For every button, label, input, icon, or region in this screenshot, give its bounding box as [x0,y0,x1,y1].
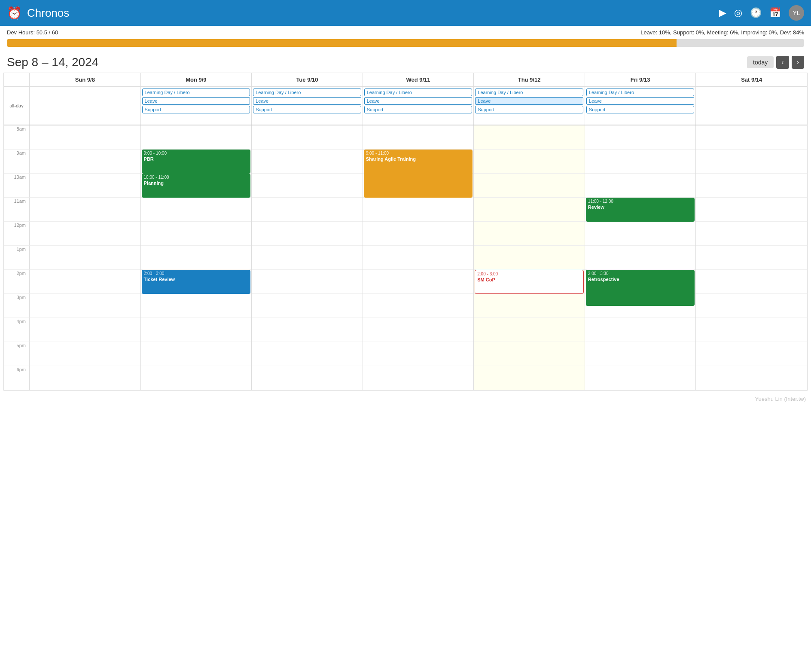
col-header-sat: Sat 9/14 [696,73,807,86]
hour-cell [585,366,696,390]
allday-event[interactable]: Leave [253,97,361,105]
day-col-tue [252,125,363,390]
hour-cell [585,318,696,342]
day-col-mon: 9:00 - 10:00PBR10:00 - 11:00Planning2:00… [141,125,252,390]
breakdown-label: Leave: 10%, Support: 0%, Meeting: 6%, Im… [640,29,804,36]
calendar-event[interactable]: 11:00 - 12:00Review [586,198,695,222]
hour-cell [363,246,474,270]
allday-sun [30,87,141,125]
allday-event[interactable]: Learning Day / Libero [364,89,473,96]
hour-cell [363,270,474,294]
allday-sat [696,87,807,125]
hour-cell [474,174,585,198]
progress-fill [7,39,677,47]
hour-cell [696,366,807,390]
next-week-button[interactable]: › [792,56,804,69]
hour-cell [474,198,585,222]
hour-cell [141,246,252,270]
allday-event[interactable]: Support [364,106,473,113]
hour-cell [696,150,807,174]
calendar-event[interactable]: 2:00 - 3:00Ticket Review [142,270,251,294]
hour-cell [474,342,585,366]
hour-cell [141,342,252,366]
allday-event[interactable]: Learning Day / Libero [142,89,250,96]
day-col-sat [696,125,807,390]
week-nav: today ‹ › [747,56,804,69]
allday-event[interactable]: Leave [142,97,250,105]
calendar-event[interactable]: 2:00 - 3:30Retrospective [586,270,695,306]
time-header [4,73,30,86]
hour-cell [696,318,807,342]
calendar-event[interactable]: 9:00 - 11:00Sharing Agile Training [364,150,473,198]
allday-event[interactable]: Leave [364,97,473,105]
col-header-wed: Wed 9/11 [363,73,474,86]
hour-cell [696,222,807,246]
hour-cell [363,222,474,246]
hour-cell [30,366,140,390]
hour-cell [696,198,807,222]
hour-cell [585,342,696,366]
dev-hours-label: Dev Hours: 50.5 / 60 [7,29,58,36]
hour-cell [474,150,585,174]
send-icon[interactable]: ▶ [719,7,726,18]
hour-cell [363,125,474,150]
time-labels-col: 8am9am10am11am12pm1pm2pm3pm4pm5pm6pm [4,125,30,390]
allday-event[interactable]: Support [586,106,695,113]
time-label: 8am [4,125,30,150]
hour-cell [252,246,363,270]
time-label: 11am [4,198,30,222]
hour-cell [252,174,363,198]
hour-cell [141,125,252,150]
clock-nav-icon[interactable]: 🕐 [750,7,762,18]
time-label: 9am [4,150,30,174]
allday-event[interactable]: Learning Day / Libero [253,89,361,96]
day-col-sun [30,125,141,390]
hour-cell [141,222,252,246]
hour-cell [252,198,363,222]
calendar-event[interactable]: 2:00 - 3:00SM CoP [475,270,584,294]
hour-cell [696,125,807,150]
hour-cell [30,294,140,318]
hour-cell [696,270,807,294]
hour-cell [363,294,474,318]
time-grid: 8am9am10am11am12pm1pm2pm3pm4pm5pm6pm 9:0… [4,125,807,390]
calendar-icon[interactable]: 📅 [769,7,781,18]
calendar-event[interactable]: 10:00 - 11:00Planning [142,174,251,198]
allday-event[interactable]: Leave [475,97,583,105]
hour-cell [252,150,363,174]
hour-cell [252,318,363,342]
progress-track [7,39,804,47]
hour-cell [474,318,585,342]
hour-cell [696,174,807,198]
header-right: ▶ ◎ 🕐 📅 YL [719,5,804,21]
avatar[interactable]: YL [789,5,804,21]
prev-week-button[interactable]: ‹ [776,56,789,69]
allday-event[interactable]: Support [475,106,583,113]
allday-tue: Learning Day / Libero Leave Support [252,87,363,125]
hour-cell [30,318,140,342]
hour-cell [141,366,252,390]
allday-event[interactable]: Leave [586,97,695,105]
today-button[interactable]: today [747,56,774,68]
hour-cell [474,222,585,246]
calendar-event[interactable]: 9:00 - 10:00PBR [142,150,251,174]
day-col-fri: 11:00 - 12:00Review2:00 - 3:30Retrospect… [585,125,696,390]
allday-event[interactable]: Support [142,106,250,113]
time-label: 5pm [4,342,30,366]
hour-cell [30,150,140,174]
allday-mon: Learning Day / Libero Leave Support [141,87,252,125]
hour-cell [141,198,252,222]
week-title: Sep 8 – 14, 2024 [7,55,98,69]
hour-cell [141,318,252,342]
stats-bar: Dev Hours: 50.5 / 60 Leave: 10%, Support… [0,26,811,37]
hour-cell [252,270,363,294]
allday-event[interactable]: Support [253,106,361,113]
allday-event[interactable]: Learning Day / Libero [475,89,583,96]
eye-icon[interactable]: ◎ [734,7,742,18]
hour-cell [696,294,807,318]
day-col-thu: 2:00 - 3:00SM CoP [474,125,585,390]
progress-container [0,37,811,50]
hour-cell [30,125,140,150]
hour-cell [30,246,140,270]
allday-event[interactable]: Learning Day / Libero [586,89,695,96]
